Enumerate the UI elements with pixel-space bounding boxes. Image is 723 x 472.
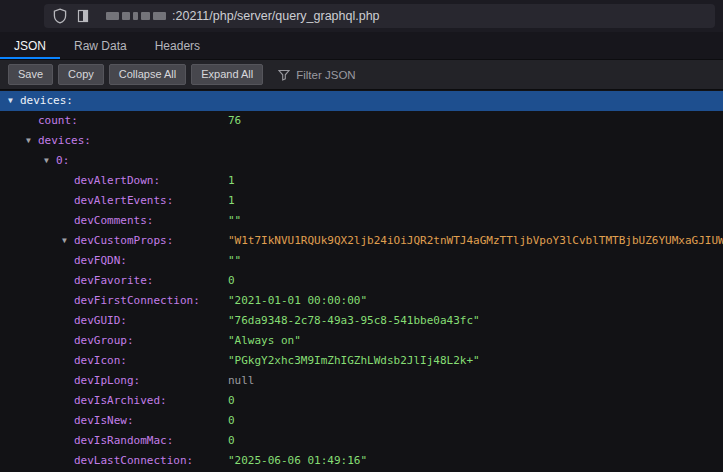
row-indent xyxy=(0,271,62,291)
json-row[interactable]: ▼ devIcon "PGkgY2xhc3M9ImZhIGZhLWdsb2JlI… xyxy=(0,351,723,371)
browser-chrome: :20211/php/server/query_graphql.php xyxy=(0,0,723,32)
save-button[interactable]: Save xyxy=(8,64,53,85)
json-key-cell: ▼ devFavorite xyxy=(0,271,228,291)
json-key: devices xyxy=(20,91,73,111)
row-indent xyxy=(0,291,62,311)
json-row[interactable]: ▼ devIsRandomMac 0 xyxy=(0,431,723,451)
json-value: 0 xyxy=(228,411,723,431)
json-row[interactable]: ▼ devLastConnection "2025-06-06 01:49:16… xyxy=(0,451,723,471)
json-key: devices xyxy=(38,131,91,151)
row-indent xyxy=(0,231,62,251)
json-value: "W1t7IkNVU1RQUk9QX2ljb24iOiJQR2tnWTJ4aGM… xyxy=(228,231,723,251)
json-key-cell: ▼ devices xyxy=(0,91,228,111)
browser-window: :20211/php/server/query_graphql.php JSON… xyxy=(0,0,723,472)
json-row[interactable]: ▼ devGroup "Always on" xyxy=(0,331,723,351)
json-value: "76da9348-2c78-49a3-95c8-541bbe0a43fc" xyxy=(228,311,723,331)
json-row[interactable]: ▼ devGUID "76da9348-2c78-49a3-95c8-541bb… xyxy=(0,311,723,331)
tab-json[interactable]: JSON xyxy=(0,32,60,59)
json-value: 76 xyxy=(228,111,723,131)
row-indent xyxy=(0,131,26,151)
row-indent xyxy=(0,311,62,331)
json-key: devFQDN xyxy=(74,251,127,271)
json-key: devCustomProps xyxy=(74,231,173,251)
viewer-toolbar: Save Copy Collapse All Expand All xyxy=(0,60,723,90)
tab-raw-data[interactable]: Raw Data xyxy=(60,32,141,59)
expand-all-button[interactable]: Expand All xyxy=(191,64,263,85)
tab-raw-data-label: Raw Data xyxy=(74,39,127,53)
json-row[interactable]: ▼ 0 xyxy=(0,151,723,171)
json-value: "" xyxy=(228,211,723,231)
json-row[interactable]: ▼ devices xyxy=(0,131,723,151)
page-icon[interactable] xyxy=(76,9,90,23)
row-indent xyxy=(0,151,44,171)
row-indent xyxy=(0,331,62,351)
redaction-block xyxy=(141,12,150,20)
json-key: devIsRandomMac xyxy=(74,431,173,451)
twisty-icon[interactable]: ▼ xyxy=(44,151,56,171)
json-value: "" xyxy=(228,251,723,271)
json-tree: ▼ devices ▼ count 76 ▼ devices ▼ 0 xyxy=(0,91,723,472)
json-key: devLastConnection xyxy=(74,451,193,471)
json-row[interactable]: ▼ devFQDN "" xyxy=(0,251,723,271)
json-row[interactable]: ▼ devFavorite 0 xyxy=(0,271,723,291)
json-value: 1 xyxy=(228,191,723,211)
json-key: devIcon xyxy=(74,351,127,371)
json-key-cell: ▼ devIsRandomMac xyxy=(0,431,228,451)
json-key: devAlertEvents xyxy=(74,191,173,211)
filter-json-input[interactable] xyxy=(296,69,456,81)
json-value: null xyxy=(228,371,723,391)
json-key-cell: ▼ devIsNew xyxy=(0,411,228,431)
json-value xyxy=(228,91,723,111)
row-indent xyxy=(0,431,62,451)
json-value xyxy=(228,131,723,151)
viewer-tabs: JSON Raw Data Headers xyxy=(0,32,723,60)
copy-button[interactable]: Copy xyxy=(58,64,104,85)
json-key: devGUID xyxy=(74,311,127,331)
json-value: 0 xyxy=(228,391,723,411)
filter-icon xyxy=(278,69,290,81)
json-key: devFavorite xyxy=(74,271,153,291)
json-key-cell: ▼ devIsArchived xyxy=(0,391,228,411)
json-row[interactable]: ▼ devices xyxy=(0,91,723,111)
json-row[interactable]: ▼ devAlertEvents 1 xyxy=(0,191,723,211)
json-value: "2021-01-01 00:00:00" xyxy=(228,291,723,311)
json-row[interactable]: ▼ devComments "" xyxy=(0,211,723,231)
json-row[interactable]: ▼ devAlertDown 1 xyxy=(0,171,723,191)
json-key: devIpLong xyxy=(74,371,140,391)
collapse-all-button[interactable]: Collapse All xyxy=(109,64,186,85)
json-row[interactable]: ▼ devIpLong null xyxy=(0,371,723,391)
tab-headers[interactable]: Headers xyxy=(141,32,214,59)
twisty-icon[interactable]: ▼ xyxy=(26,131,38,151)
redaction-block xyxy=(122,12,130,20)
row-indent xyxy=(0,211,62,231)
json-value: 0 xyxy=(228,271,723,291)
tab-json-label: JSON xyxy=(14,39,46,53)
json-value: 0 xyxy=(228,431,723,451)
row-indent xyxy=(0,111,26,131)
row-indent xyxy=(0,391,62,411)
row-indent xyxy=(0,451,62,471)
json-key-cell: ▼ devAlertDown xyxy=(0,171,228,191)
url-bar[interactable]: :20211/php/server/query_graphql.php xyxy=(44,4,715,28)
json-key-cell: ▼ devIpLong xyxy=(0,371,228,391)
json-key-cell: ▼ devFirstConnection xyxy=(0,291,228,311)
json-value: 1 xyxy=(228,171,723,191)
json-key-cell: ▼ devFQDN xyxy=(0,251,228,271)
json-row[interactable]: ▼ count 76 xyxy=(0,111,723,131)
json-row[interactable]: ▼ devIsArchived 0 xyxy=(0,391,723,411)
json-row[interactable]: ▼ devFirstConnection "2021-01-01 00:00:0… xyxy=(0,291,723,311)
twisty-icon[interactable]: ▼ xyxy=(8,91,20,111)
twisty-icon[interactable]: ▼ xyxy=(62,231,74,251)
json-key-cell: ▼ count xyxy=(0,111,228,131)
json-value xyxy=(228,151,723,171)
json-key: devGroup xyxy=(74,331,134,351)
shield-icon[interactable] xyxy=(52,8,68,24)
json-value: "PGkgY2xhc3M9ImZhIGZhLWdsb2JlIj48L2k+" xyxy=(228,351,723,371)
json-value: "Always on" xyxy=(228,331,723,351)
row-indent xyxy=(0,371,62,391)
json-row[interactable]: ▼ devIsNew 0 xyxy=(0,411,723,431)
row-indent xyxy=(0,171,62,191)
json-row[interactable]: ▼ devCustomProps "W1t7IkNVU1RQUk9QX2ljb2… xyxy=(0,231,723,251)
row-indent xyxy=(0,91,8,111)
json-key: devIsNew xyxy=(74,411,134,431)
